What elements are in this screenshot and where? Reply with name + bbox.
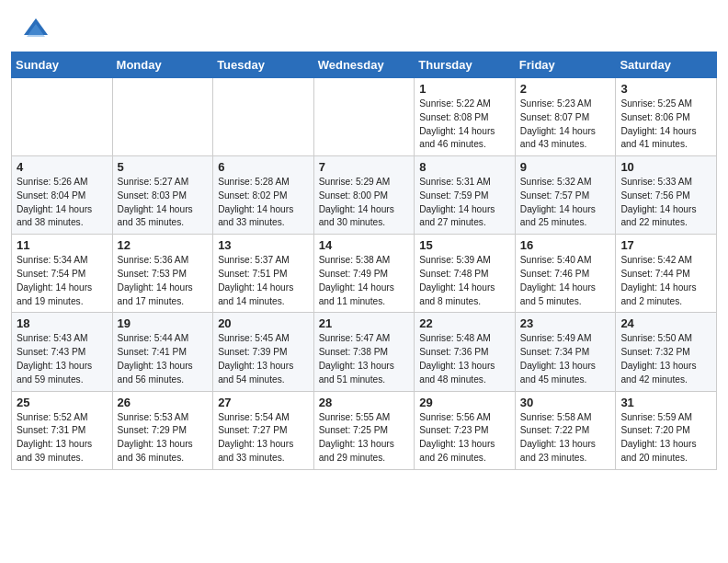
day-number: 16 bbox=[520, 238, 611, 252]
day-number: 15 bbox=[419, 238, 510, 252]
calendar-table: SundayMondayTuesdayWednesdayThursdayFrid… bbox=[11, 52, 717, 470]
calendar-container: SundayMondayTuesdayWednesdayThursdayFrid… bbox=[0, 52, 728, 481]
calendar-week-row: 1Sunrise: 5:22 AMSunset: 8:08 PMDaylight… bbox=[12, 78, 717, 156]
day-info: Sunrise: 5:23 AMSunset: 8:07 PMDaylight:… bbox=[520, 98, 611, 152]
calendar-cell: 5Sunrise: 5:27 AMSunset: 8:03 PMDaylight… bbox=[112, 156, 213, 235]
calendar-cell: 31Sunrise: 5:59 AMSunset: 7:20 PMDayligh… bbox=[616, 391, 717, 469]
day-info: Sunrise: 5:25 AMSunset: 8:06 PMDaylight:… bbox=[620, 98, 711, 152]
day-number: 21 bbox=[319, 316, 410, 330]
day-number: 2 bbox=[520, 82, 611, 96]
day-number: 14 bbox=[319, 238, 410, 252]
calendar-cell bbox=[213, 78, 314, 156]
day-info: Sunrise: 5:59 AMSunset: 7:20 PMDaylight:… bbox=[620, 411, 711, 465]
calendar-cell: 29Sunrise: 5:56 AMSunset: 7:23 PMDayligh… bbox=[415, 391, 516, 469]
day-info: Sunrise: 5:45 AMSunset: 7:39 PMDaylight:… bbox=[218, 332, 309, 386]
day-info: Sunrise: 5:33 AMSunset: 7:56 PMDaylight:… bbox=[620, 176, 711, 230]
day-number: 20 bbox=[218, 316, 309, 330]
day-number: 18 bbox=[17, 316, 108, 330]
day-info: Sunrise: 5:54 AMSunset: 7:27 PMDaylight:… bbox=[218, 411, 309, 465]
day-number: 17 bbox=[620, 238, 711, 252]
day-number: 6 bbox=[218, 160, 309, 174]
day-info: Sunrise: 5:48 AMSunset: 7:36 PMDaylight:… bbox=[419, 332, 510, 386]
day-info: Sunrise: 5:42 AMSunset: 7:44 PMDaylight:… bbox=[620, 254, 711, 308]
day-number: 11 bbox=[17, 238, 108, 252]
calendar-cell: 22Sunrise: 5:48 AMSunset: 7:36 PMDayligh… bbox=[415, 313, 516, 391]
calendar-cell: 18Sunrise: 5:43 AMSunset: 7:43 PMDayligh… bbox=[12, 313, 113, 391]
calendar-cell: 26Sunrise: 5:53 AMSunset: 7:29 PMDayligh… bbox=[112, 391, 213, 469]
calendar-cell: 16Sunrise: 5:40 AMSunset: 7:46 PMDayligh… bbox=[515, 235, 616, 313]
page-header bbox=[0, 0, 728, 52]
day-info: Sunrise: 5:22 AMSunset: 8:08 PMDaylight:… bbox=[419, 98, 510, 152]
day-number: 27 bbox=[218, 396, 309, 409]
calendar-cell: 20Sunrise: 5:45 AMSunset: 7:39 PMDayligh… bbox=[213, 313, 314, 391]
day-number: 10 bbox=[620, 160, 711, 174]
weekday-header-row: SundayMondayTuesdayWednesdayThursdayFrid… bbox=[12, 52, 717, 78]
day-number: 4 bbox=[17, 160, 108, 174]
logo bbox=[22, 17, 53, 44]
day-number: 23 bbox=[520, 316, 611, 330]
calendar-cell: 25Sunrise: 5:52 AMSunset: 7:31 PMDayligh… bbox=[12, 391, 113, 469]
calendar-week-row: 11Sunrise: 5:34 AMSunset: 7:54 PMDayligh… bbox=[12, 235, 717, 313]
weekday-header-friday: Friday bbox=[515, 52, 616, 78]
calendar-cell: 10Sunrise: 5:33 AMSunset: 7:56 PMDayligh… bbox=[616, 156, 717, 235]
day-number: 30 bbox=[520, 396, 611, 409]
day-number: 8 bbox=[419, 160, 510, 174]
weekday-header-thursday: Thursday bbox=[415, 52, 516, 78]
day-info: Sunrise: 5:40 AMSunset: 7:46 PMDaylight:… bbox=[520, 254, 611, 308]
day-info: Sunrise: 5:36 AMSunset: 7:53 PMDaylight:… bbox=[118, 254, 209, 308]
calendar-cell: 28Sunrise: 5:55 AMSunset: 7:25 PMDayligh… bbox=[313, 391, 415, 469]
calendar-cell: 7Sunrise: 5:29 AMSunset: 8:00 PMDaylight… bbox=[313, 156, 415, 235]
weekday-header-sunday: Sunday bbox=[12, 52, 113, 78]
day-number: 26 bbox=[118, 396, 209, 409]
day-number: 7 bbox=[319, 160, 410, 174]
day-number: 9 bbox=[520, 160, 611, 174]
day-number: 1 bbox=[419, 82, 510, 96]
day-info: Sunrise: 5:56 AMSunset: 7:23 PMDaylight:… bbox=[419, 411, 510, 465]
day-info: Sunrise: 5:27 AMSunset: 8:03 PMDaylight:… bbox=[118, 176, 209, 230]
day-number: 3 bbox=[620, 82, 711, 96]
calendar-cell bbox=[313, 78, 415, 156]
calendar-cell: 15Sunrise: 5:39 AMSunset: 7:48 PMDayligh… bbox=[415, 235, 516, 313]
calendar-cell: 11Sunrise: 5:34 AMSunset: 7:54 PMDayligh… bbox=[12, 235, 113, 313]
day-number: 31 bbox=[620, 396, 711, 409]
day-info: Sunrise: 5:52 AMSunset: 7:31 PMDaylight:… bbox=[17, 411, 108, 465]
calendar-cell: 30Sunrise: 5:58 AMSunset: 7:22 PMDayligh… bbox=[515, 391, 616, 469]
calendar-cell: 12Sunrise: 5:36 AMSunset: 7:53 PMDayligh… bbox=[112, 235, 213, 313]
day-info: Sunrise: 5:44 AMSunset: 7:41 PMDaylight:… bbox=[118, 332, 209, 386]
day-number: 5 bbox=[118, 160, 209, 174]
calendar-cell: 13Sunrise: 5:37 AMSunset: 7:51 PMDayligh… bbox=[213, 235, 314, 313]
calendar-cell: 9Sunrise: 5:32 AMSunset: 7:57 PMDaylight… bbox=[515, 156, 616, 235]
calendar-cell: 21Sunrise: 5:47 AMSunset: 7:38 PMDayligh… bbox=[313, 313, 415, 391]
logo-icon bbox=[22, 17, 50, 44]
calendar-cell: 14Sunrise: 5:38 AMSunset: 7:49 PMDayligh… bbox=[313, 235, 415, 313]
day-number: 29 bbox=[419, 396, 510, 409]
day-info: Sunrise: 5:43 AMSunset: 7:43 PMDaylight:… bbox=[17, 332, 108, 386]
day-info: Sunrise: 5:50 AMSunset: 7:32 PMDaylight:… bbox=[620, 332, 711, 386]
day-info: Sunrise: 5:47 AMSunset: 7:38 PMDaylight:… bbox=[319, 332, 410, 386]
day-info: Sunrise: 5:49 AMSunset: 7:34 PMDaylight:… bbox=[520, 332, 611, 386]
day-number: 19 bbox=[118, 316, 209, 330]
calendar-cell: 1Sunrise: 5:22 AMSunset: 8:08 PMDaylight… bbox=[415, 78, 516, 156]
weekday-header-tuesday: Tuesday bbox=[213, 52, 314, 78]
day-number: 25 bbox=[17, 396, 108, 409]
calendar-cell: 6Sunrise: 5:28 AMSunset: 8:02 PMDaylight… bbox=[213, 156, 314, 235]
day-info: Sunrise: 5:26 AMSunset: 8:04 PMDaylight:… bbox=[17, 176, 108, 230]
calendar-week-row: 18Sunrise: 5:43 AMSunset: 7:43 PMDayligh… bbox=[12, 313, 717, 391]
weekday-header-wednesday: Wednesday bbox=[313, 52, 415, 78]
calendar-week-row: 4Sunrise: 5:26 AMSunset: 8:04 PMDaylight… bbox=[12, 156, 717, 235]
weekday-header-saturday: Saturday bbox=[616, 52, 717, 78]
day-info: Sunrise: 5:39 AMSunset: 7:48 PMDaylight:… bbox=[419, 254, 510, 308]
day-info: Sunrise: 5:38 AMSunset: 7:49 PMDaylight:… bbox=[319, 254, 410, 308]
day-number: 28 bbox=[319, 396, 410, 409]
day-info: Sunrise: 5:37 AMSunset: 7:51 PMDaylight:… bbox=[218, 254, 309, 308]
day-info: Sunrise: 5:28 AMSunset: 8:02 PMDaylight:… bbox=[218, 176, 309, 230]
calendar-cell: 2Sunrise: 5:23 AMSunset: 8:07 PMDaylight… bbox=[515, 78, 616, 156]
day-info: Sunrise: 5:58 AMSunset: 7:22 PMDaylight:… bbox=[520, 411, 611, 465]
calendar-cell: 23Sunrise: 5:49 AMSunset: 7:34 PMDayligh… bbox=[515, 313, 616, 391]
day-info: Sunrise: 5:53 AMSunset: 7:29 PMDaylight:… bbox=[118, 411, 209, 465]
day-number: 24 bbox=[620, 316, 711, 330]
day-number: 22 bbox=[419, 316, 510, 330]
calendar-cell: 8Sunrise: 5:31 AMSunset: 7:59 PMDaylight… bbox=[415, 156, 516, 235]
calendar-cell bbox=[12, 78, 113, 156]
day-number: 12 bbox=[118, 238, 209, 252]
